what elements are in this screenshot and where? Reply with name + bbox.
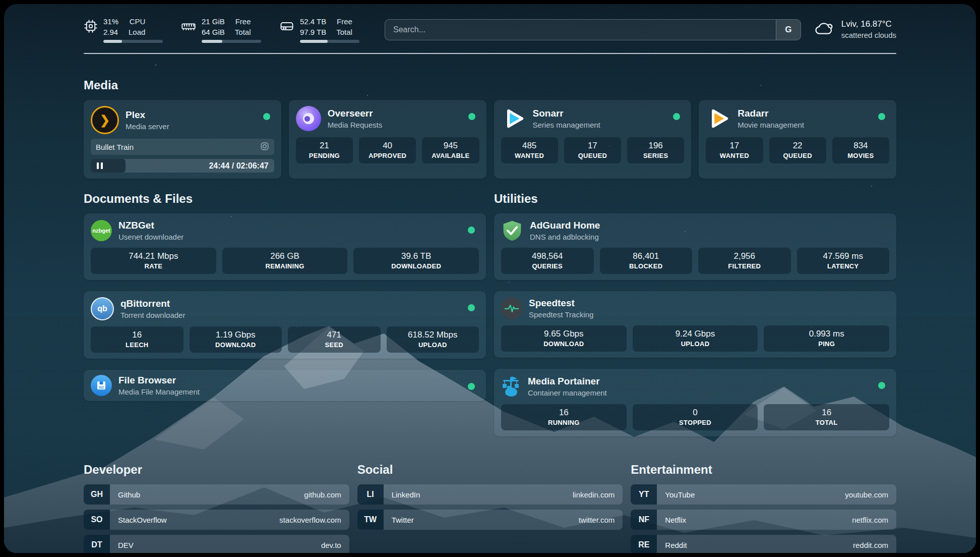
plex-card[interactable]: ❯ Plex Media server Bullet Train [84,100,281,179]
memory-progress-fill [202,40,222,43]
nzbget-icon: nzbget [91,220,112,241]
disk-progress-track [300,40,359,43]
stat-value: 16 [505,408,623,418]
stat-value: 9.24 Gbps [637,329,754,339]
app-subtitle: Media Requests [328,120,382,130]
bookmark-twitter[interactable]: TW Twitter twitter.com [357,510,623,530]
disk-total-value: 97.9 TB [300,27,326,37]
app-subtitle: DNS and adblocking [530,232,600,242]
stat-box: 196 SERIES [627,137,684,163]
dashboard-screen: 31% 2.94 CPU Load [4,4,976,553]
app-title: AdGuard Home [530,219,600,232]
stat-label: WANTED [710,152,759,159]
stat-value: 485 [505,141,554,151]
weather-widget: Lviv, 16.87°C scattered clouds [814,19,896,40]
bookmark-reddit[interactable]: RE Reddit reddit.com [631,535,896,553]
twitter-abbr-icon: TW [357,510,384,530]
bookmark-name: LinkedIn [392,490,420,499]
bookmark-github[interactable]: GH Github github.com [84,484,349,505]
stat-label: LATENCY [801,262,886,270]
memory-progress-track [202,40,261,43]
sonarr-card[interactable]: Sonarr Series management 485 WANTED 17 Q… [494,100,692,179]
stat-value: 16 [95,330,179,340]
utilities-section-title: Utilities [494,192,896,206]
filebrowser-card[interactable]: File Browser Media File Management [84,370,486,401]
cpu-stat-widget: 31% 2.94 CPU Load [84,16,163,43]
stat-value: 1.19 Gbps [194,330,278,340]
stat-value: 22 [773,141,822,151]
pause-button[interactable] [97,162,103,169]
bookmark-name: YouTube [665,490,695,499]
bookmark-youtube[interactable]: YT YouTube youtube.com [631,484,896,505]
nzbget-card[interactable]: nzbget NZBGet Usenet downloader 744.21 M… [84,213,486,280]
stat-label: QUEUED [568,152,617,159]
bookmark-url: reddit.com [853,541,888,549]
memory-stat-widget: 21 GiB 64 GiB Free Total [181,16,261,43]
stat-value: 17 [568,141,617,151]
stat-box: 21 PENDING [296,137,353,163]
cpu-progress-track [103,40,163,43]
stat-box: 47.569 ms LATENCY [797,248,890,274]
speedtest-card[interactable]: Speedtest Speedtest Tracking 9.65 Gbps D… [494,291,896,358]
cpu-label: CPU [130,16,146,27]
app-subtitle: Torrent downloader [120,310,185,320]
stat-box: 0 STOPPED [633,404,758,430]
search-input[interactable] [385,20,776,40]
top-bar: 31% 2.94 CPU Load [84,16,896,43]
stat-label: MOVIES [836,152,885,159]
stat-label: PENDING [300,152,349,159]
bookmark-url: dev.to [321,541,341,549]
status-online-dot [878,113,885,120]
stat-box: 17 WANTED [706,137,763,163]
cpu-chip-icon [84,19,98,35]
filebrowser-icon [91,375,112,396]
app-title: Speedtest [529,297,593,310]
radarr-card[interactable]: Radarr Movie management 17 WANTED 22 QUE… [699,100,896,179]
stat-box: 22 QUEUED [769,137,826,163]
section-social: Social LI LinkedIn linkedin.com TW Twitt… [357,463,623,553]
bookmark-url: stackoverflow.com [279,516,341,524]
bookmark-stackoverflow[interactable]: SO StackOverflow stackoverflow.com [84,510,349,530]
stat-value: 16 [768,408,885,418]
youtube-abbr-icon: YT [631,484,657,505]
bookmark-url: twitter.com [579,516,615,524]
stat-value: 618.52 Mbps [391,330,475,340]
bookmark-linkedin[interactable]: LI LinkedIn linkedin.com [357,484,623,505]
stat-label: DOWNLOAD [194,341,278,349]
stat-value: 498,564 [505,251,590,261]
qbittorrent-card[interactable]: qb qBittorrent Torrent downloader 16 LEE… [84,291,486,359]
ram-icon [181,19,196,35]
stat-value: 834 [836,141,885,151]
stat-value: 39.6 TB [357,251,475,261]
app-title: Sonarr [533,107,600,120]
playback-progress-bar[interactable]: 24:44 / 02:06:47 [91,159,274,173]
app-subtitle: Series management [533,120,600,130]
search-engine-button[interactable]: G [776,20,801,40]
stat-value: 266 GB [226,251,344,261]
github-abbr-icon: GH [84,484,110,505]
plex-icon: ❯ [91,106,119,134]
reddit-abbr-icon: RE [631,535,657,553]
overseerr-card[interactable]: Overseerr Media Requests 21 PENDING 40 A… [289,100,486,179]
adguard-card[interactable]: AdGuard Home DNS and adblocking 498,564 … [494,213,896,280]
stat-box: 39.6 TB DOWNLOADED [353,248,479,274]
load-label: Load [129,27,145,37]
now-playing-title: Bullet Train [96,143,134,151]
stat-box: 2,956 FILTERED [698,248,791,274]
section-documents-files: Documents & Files nzbget NZBGet Usenet d… [84,192,486,401]
status-online-dot [468,113,475,120]
stat-box: 498,564 QUERIES [501,248,594,274]
stat-label: STOPPED [637,419,754,426]
stat-label: SERIES [631,152,680,159]
bookmark-name: Github [118,490,140,499]
stat-box: 618.52 Mbps UPLOAD [387,326,479,353]
status-online-dot [468,227,475,234]
bookmark-url: linkedin.com [573,490,615,499]
cpu-progress-fill [103,40,122,43]
status-online-dot [263,113,270,120]
bookmark-netflix[interactable]: NF Netflix netflix.com [631,510,896,530]
memory-total-value: 64 GiB [202,27,225,37]
bookmark-dev[interactable]: DT DEV dev.to [84,535,349,553]
portainer-card[interactable]: Media Portainer Container management 16 … [494,369,896,436]
dev-abbr-icon: DT [84,535,110,553]
